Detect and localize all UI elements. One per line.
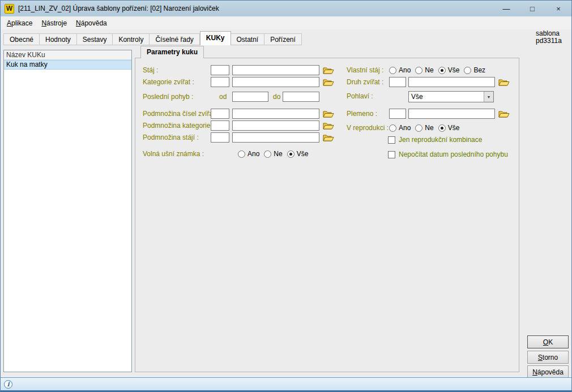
- plemeno-browse-button[interactable]: [498, 109, 510, 118]
- staj-name-input[interactable]: [232, 65, 319, 75]
- open-folder-icon: [323, 78, 334, 87]
- tab-hodnoty[interactable]: Hodnoty: [40, 33, 77, 45]
- podmnozina-cisel-zvirat-name-input[interactable]: [232, 109, 319, 119]
- kategorie-zvirat-browse-button[interactable]: [323, 77, 334, 87]
- druh-zvirat-label: Druh zvířat :: [347, 77, 383, 87]
- podmnozina-kategorie-browse-button[interactable]: [323, 121, 334, 130]
- menu-item-napoveda[interactable]: Nápověda: [71, 18, 112, 29]
- podmnozina-staji-code-input[interactable]: [211, 132, 229, 143]
- volna-usni-ne-radio[interactable]: Ne: [264, 150, 282, 158]
- podmnozina-cisel-zvirat-browse-button[interactable]: [323, 109, 334, 118]
- tab-kontroly[interactable]: Kontroly: [113, 33, 150, 45]
- napoveda-button[interactable]: Nápověda: [527, 365, 569, 378]
- radio-circle-icon: [238, 150, 245, 158]
- open-folder-icon: [323, 66, 334, 75]
- storno-button[interactable]: Storno: [527, 351, 569, 364]
- radio-label: Ano: [247, 150, 259, 158]
- tab-obecne[interactable]: Obecné: [3, 33, 40, 45]
- posledni-pohyb-label: Poslední pohyb :: [143, 92, 193, 102]
- chevron-down-icon: ▼: [484, 92, 493, 102]
- tab-ciselne-rady[interactable]: Číselné řady: [150, 33, 199, 45]
- staj-code-input[interactable]: [211, 65, 229, 75]
- pohlavi-label: Pohlaví :: [347, 91, 373, 101]
- podmnozina-kategorie-code-input[interactable]: [211, 120, 229, 131]
- staj-label: Stáj :: [143, 65, 158, 75]
- maximize-button[interactable]: □: [519, 1, 545, 16]
- radio-circle-icon: [264, 150, 271, 158]
- volna-usni-znamka-radio-group: Ano Ne Vše: [238, 149, 308, 159]
- template-name-line2: pd3311a: [536, 37, 562, 45]
- jen-reprodukcni-kombinace-checkbox[interactable]: Jen reprodukční kombinace: [388, 135, 482, 144]
- v-reprodukci-radio-group: Ano Ne Vše: [389, 123, 459, 133]
- podmnozina-cisel-zvirat-code-input[interactable]: [211, 109, 229, 119]
- checkbox-label: Jen reprodukční kombinace: [399, 136, 482, 144]
- parametry-kuku-panel: Stáj : Kategorie zvířat : Poslední pohyb…: [135, 58, 519, 372]
- kategorie-zvirat-label: Kategorie zvířat :: [143, 77, 194, 87]
- app-window: W [211_LIN_ZV_02] Úprava šablony pořízen…: [0, 0, 572, 392]
- checkbox-label: Nepočítat datum posledního pohybu: [399, 150, 508, 158]
- open-folder-icon: [498, 78, 510, 87]
- vlastni-staj-vse-radio[interactable]: Vše: [438, 66, 460, 74]
- open-folder-icon: [323, 110, 334, 118]
- tab-kuky[interactable]: KUKy: [200, 31, 231, 45]
- vlastni-staj-ano-radio[interactable]: Ano: [389, 66, 411, 74]
- volna-usni-vse-radio[interactable]: Vše: [287, 150, 309, 158]
- vlastni-staj-label: Vlastní stáj :: [347, 65, 383, 75]
- podmnozina-cisel-zvirat-label: Podmnožina čísel zvířat :: [143, 109, 219, 119]
- tab-porizeni[interactable]: Pořízení: [264, 33, 302, 45]
- radio-label: Bez: [473, 66, 485, 74]
- kuku-list-header: Název KUKu: [4, 50, 131, 60]
- druh-zvirat-name-input[interactable]: [408, 77, 495, 87]
- radio-circle-icon: [389, 124, 396, 132]
- staj-browse-button[interactable]: [323, 66, 334, 75]
- window-title: [211_LIN_ZV_02] Úprava šablony pořízení:…: [18, 5, 219, 12]
- tab-ostatni[interactable]: Ostatní: [231, 33, 265, 45]
- open-folder-icon: [323, 122, 334, 130]
- v-reprodukci-ne-radio[interactable]: Ne: [415, 124, 433, 132]
- menu-item-nastroje[interactable]: Nástroje: [37, 18, 71, 29]
- vlastni-staj-ne-radio[interactable]: Ne: [415, 66, 433, 74]
- template-name: sablona pd3311a: [536, 30, 562, 45]
- open-folder-icon: [498, 110, 510, 118]
- checkbox-icon: [388, 151, 395, 158]
- ok-button[interactable]: OK: [527, 335, 569, 348]
- radio-label: Vše: [448, 124, 460, 132]
- app-icon: W: [5, 4, 14, 14]
- plemeno-label: Plemeno :: [347, 109, 377, 119]
- kuku-list-item[interactable]: Kuk na matky: [4, 60, 131, 70]
- window-controls: — □ ×: [493, 1, 571, 16]
- v-reprodukci-vse-radio[interactable]: Vše: [438, 124, 460, 132]
- tab-parametry-kuku[interactable]: Parametry kuku: [140, 46, 204, 58]
- open-folder-icon: [323, 133, 334, 142]
- podmnozina-kategorie-name-input[interactable]: [232, 120, 319, 131]
- posledni-pohyb-od-input[interactable]: [232, 92, 268, 102]
- minimize-button[interactable]: —: [493, 1, 519, 16]
- volna-usni-ano-radio[interactable]: Ano: [238, 150, 259, 158]
- close-button[interactable]: ×: [545, 1, 571, 16]
- v-reprodukci-label: V reprodukci :: [347, 123, 389, 133]
- radio-label: Ne: [425, 124, 433, 132]
- nepocitat-datum-posledniho-pohybu-checkbox[interactable]: Nepočítat datum posledního pohybu: [388, 150, 508, 159]
- radio-label: Ano: [399, 66, 411, 74]
- radio-label: Ano: [399, 124, 411, 132]
- pohlavi-dropdown[interactable]: Vše ▼: [408, 91, 494, 102]
- radio-label: Vše: [297, 150, 309, 158]
- podmnozina-staji-name-input[interactable]: [232, 132, 319, 143]
- druh-zvirat-code-input[interactable]: [389, 77, 406, 87]
- podmnozina-staji-label: Podmnožina stájí :: [143, 132, 199, 143]
- radio-circle-icon: [438, 67, 446, 74]
- plemeno-code-input[interactable]: [389, 109, 406, 119]
- druh-zvirat-browse-button[interactable]: [498, 77, 510, 87]
- vlastni-staj-bez-radio[interactable]: Bez: [464, 66, 485, 74]
- kategorie-zvirat-name-input[interactable]: [232, 77, 319, 87]
- pohlavi-value: Vše: [409, 92, 484, 102]
- plemeno-name-input[interactable]: [408, 109, 495, 119]
- v-reprodukci-ano-radio[interactable]: Ano: [389, 124, 411, 132]
- menu-item-aplikace[interactable]: Aplikace: [2, 18, 37, 29]
- checkbox-icon: [388, 136, 395, 144]
- podmnozina-staji-browse-button[interactable]: [323, 133, 334, 142]
- tab-sestavy[interactable]: Sestavy: [77, 33, 113, 45]
- posledni-pohyb-do-input[interactable]: [283, 92, 319, 102]
- radio-circle-icon: [287, 150, 294, 158]
- kategorie-zvirat-code-input[interactable]: [211, 77, 229, 87]
